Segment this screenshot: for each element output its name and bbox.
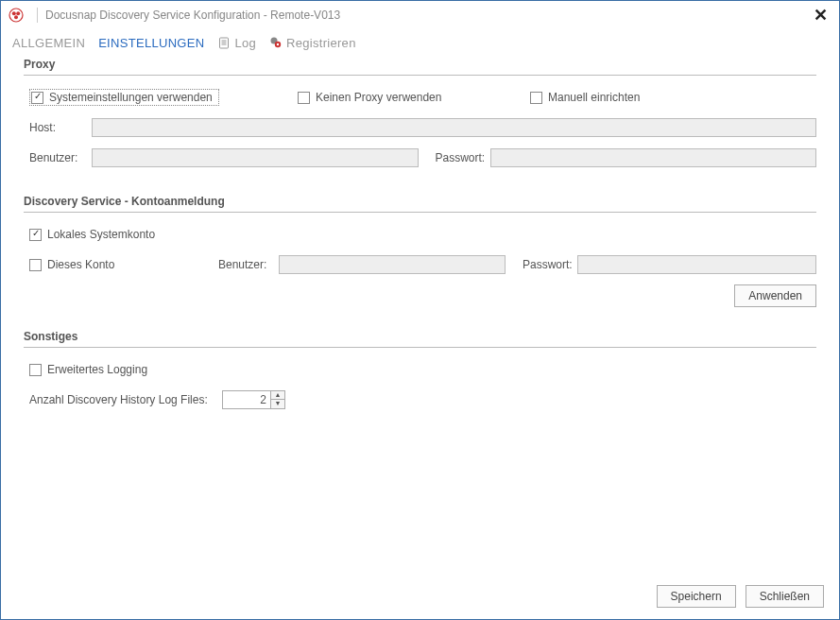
history-files-spinner[interactable]: ▲ ▼ <box>222 390 285 409</box>
account-user-label: Benutzer: <box>218 258 279 271</box>
extended-logging-checkbox[interactable]: Erweitertes Logging <box>29 363 147 376</box>
spinner-down-button[interactable]: ▼ <box>271 400 284 408</box>
proxy-divider <box>24 75 816 76</box>
tab-registrieren-label: Registrieren <box>286 36 356 50</box>
title-divider <box>37 8 38 23</box>
tab-log[interactable]: Log <box>217 36 256 50</box>
svg-point-2 <box>16 11 20 15</box>
history-files-input[interactable] <box>223 391 270 408</box>
misc-heading: Sonstiges <box>24 330 816 343</box>
history-files-label: Anzahl Discovery History Log Files: <box>24 393 222 406</box>
account-local-system-checkbox[interactable]: Lokales Systemkonto <box>29 228 155 241</box>
proxy-user-label: Benutzer: <box>24 151 92 164</box>
proxy-manual-checkbox[interactable]: Manuell einrichten <box>530 91 640 104</box>
register-icon <box>269 36 283 49</box>
tab-bar: ALLGEMEIN EINSTELLUNGEN Log Registrieren <box>1 29 839 56</box>
account-pass-label: Passwort: <box>506 258 577 271</box>
tab-allgemein[interactable]: ALLGEMEIN <box>12 36 85 50</box>
proxy-manual-label: Manuell einrichten <box>548 91 640 104</box>
proxy-host-label: Host: <box>24 121 92 134</box>
checkbox-icon <box>530 92 542 104</box>
svg-point-1 <box>12 11 16 15</box>
proxy-host-input[interactable] <box>92 118 816 137</box>
svg-point-10 <box>277 43 279 45</box>
save-button[interactable]: Speichern <box>657 585 736 608</box>
account-this-account-label: Dieses Konto <box>47 258 114 271</box>
log-icon <box>217 36 231 49</box>
svg-point-3 <box>14 15 18 19</box>
checkbox-icon <box>298 92 310 104</box>
account-pass-input[interactable] <box>577 255 816 274</box>
checkbox-icon <box>29 229 42 241</box>
tab-einstellungen[interactable]: EINSTELLUNGEN <box>98 36 204 50</box>
proxy-heading: Proxy <box>24 58 816 71</box>
checkbox-icon <box>29 259 42 271</box>
window-close-button[interactable]: ✕ <box>809 4 831 26</box>
window-title: Docusnap Discovery Service Konfiguration… <box>45 9 340 22</box>
app-icon <box>9 8 24 23</box>
account-heading: Discovery Service - Kontoanmeldung <box>24 195 816 208</box>
checkbox-icon <box>29 364 42 376</box>
close-button[interactable]: Schließen <box>746 585 824 608</box>
proxy-none-checkbox[interactable]: Keinen Proxy verwenden <box>298 91 441 104</box>
svg-point-0 <box>9 9 23 22</box>
account-user-input[interactable] <box>279 255 506 274</box>
proxy-pass-input[interactable] <box>490 148 817 167</box>
spinner-up-button[interactable]: ▲ <box>271 391 284 400</box>
account-local-system-label: Lokales Systemkonto <box>47 228 155 241</box>
proxy-use-system-checkbox[interactable]: Systemeinstellungen verwenden <box>31 91 213 104</box>
misc-divider <box>24 347 816 348</box>
tab-registrieren[interactable]: Registrieren <box>269 36 356 50</box>
account-divider <box>24 212 816 213</box>
tab-log-label: Log <box>234 36 256 50</box>
proxy-pass-label: Passwort: <box>419 151 490 164</box>
content-area: Proxy Systemeinstellungen verwenden Kein… <box>24 58 816 572</box>
extended-logging-label: Erweitertes Logging <box>47 363 147 376</box>
account-this-account-checkbox[interactable]: Dieses Konto <box>29 258 218 271</box>
account-apply-button[interactable]: Anwenden <box>734 284 816 307</box>
proxy-user-input[interactable] <box>92 148 419 167</box>
proxy-use-system-label: Systemeinstellungen verwenden <box>49 91 213 104</box>
proxy-none-label: Keinen Proxy verwenden <box>316 91 441 104</box>
footer-buttons: Speichern Schließen <box>657 585 824 608</box>
title-bar: Docusnap Discovery Service Konfiguration… <box>1 1 839 29</box>
checkbox-icon <box>31 92 43 104</box>
